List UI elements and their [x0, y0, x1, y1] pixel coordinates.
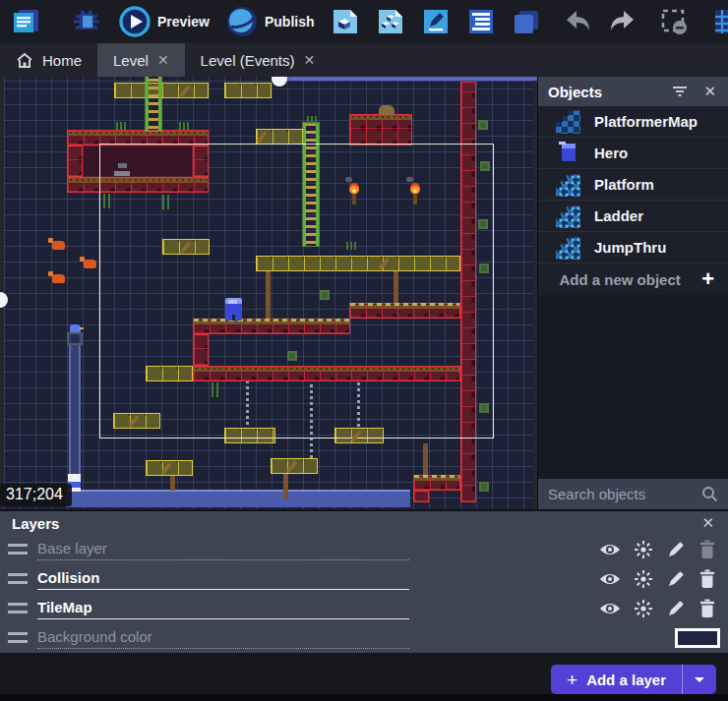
undo-button[interactable] — [561, 7, 596, 36]
tab-level-events-close-icon[interactable]: ✕ — [303, 52, 315, 68]
moss-sprite[interactable] — [480, 161, 490, 171]
yellow-tile-run[interactable] — [224, 83, 272, 98]
publish-button[interactable]: Publish — [221, 3, 319, 40]
edit-pencil-icon[interactable] — [666, 569, 686, 589]
critter-sprite[interactable] — [52, 274, 65, 283]
thumb-sprite[interactable] — [272, 77, 287, 87]
vine-sprite[interactable] — [103, 194, 112, 208]
layer-name-field[interactable]: Background color — [37, 628, 409, 649]
rock-sprite[interactable] — [379, 105, 394, 115]
main-area: 317;204 Objects ✕ PlatformerMap Hero Pla… — [0, 77, 728, 509]
gdevelop-window: Preview Publish — [0, 0, 728, 701]
layers-panel-title: Layers — [12, 515, 699, 532]
object-item-jumpthru[interactable]: JumpThru — [538, 232, 728, 263]
edit-pencil-icon[interactable] — [666, 599, 686, 618]
add-layer-dropdown[interactable] — [683, 665, 716, 694]
ladder-tile-run[interactable] — [146, 77, 161, 131]
drag-handle-icon[interactable] — [8, 544, 28, 555]
effects-icon[interactable] — [634, 569, 653, 589]
grid-button[interactable] — [708, 5, 728, 38]
grass-sprite[interactable] — [307, 116, 318, 124]
background-color-swatch[interactable] — [675, 628, 720, 648]
object-item-hero[interactable]: Hero — [538, 138, 728, 169]
delete-trash-icon[interactable] — [698, 599, 716, 618]
redo-button[interactable] — [604, 7, 639, 36]
moss-sprite[interactable] — [479, 403, 489, 413]
critter-sprite[interactable] — [84, 260, 96, 268]
visibility-eye-icon[interactable] — [599, 601, 621, 616]
tab-level-events[interactable]: Level (Events) ✕ — [185, 43, 332, 77]
objects-panel-close-icon[interactable]: ✕ — [701, 83, 718, 100]
thumb-sprite[interactable] — [0, 292, 8, 308]
object-item-platformermap[interactable]: PlatformerMap — [538, 106, 728, 138]
skel-sprite[interactable] — [114, 171, 130, 176]
drag-handle-icon[interactable] — [8, 603, 28, 614]
object-item-ladder[interactable]: Ladder — [538, 201, 728, 232]
grass-sprite[interactable] — [116, 122, 127, 130]
add-new-object-button[interactable]: Add a new object + — [538, 263, 728, 295]
box-sprite[interactable] — [67, 332, 83, 345]
fall-tile-run[interactable] — [69, 333, 81, 491]
grid-icon — [712, 7, 728, 36]
add-layer-button[interactable]: + Add a layer — [551, 665, 716, 694]
yellow-tile-run[interactable] — [114, 83, 209, 98]
delete-trash-icon[interactable] — [698, 540, 716, 559]
events-sheet-button[interactable] — [462, 5, 500, 38]
drag-handle-icon[interactable] — [8, 573, 28, 585]
water-tile-run[interactable] — [66, 490, 410, 507]
layer-name-field[interactable]: TileMap — [37, 599, 409, 619]
search-objects-input[interactable]: Search objects — [538, 479, 728, 509]
redo-icon — [608, 9, 636, 34]
critter-sprite[interactable] — [52, 241, 65, 250]
project-manager-button[interactable] — [6, 5, 45, 38]
object-item-platform[interactable]: Platform — [538, 169, 728, 201]
grass-sprite[interactable] — [346, 242, 357, 250]
pole-tile-run[interactable] — [283, 474, 288, 499]
torch-sprite[interactable] — [352, 193, 356, 204]
vine-sprite[interactable] — [212, 382, 220, 397]
red-tile-run[interactable] — [67, 146, 83, 177]
tab-level[interactable]: Level ✕ — [97, 43, 185, 77]
grass-sprite[interactable] — [179, 122, 190, 130]
layer-name-field[interactable]: Collision — [37, 569, 409, 590]
tilemap-object-icon — [556, 109, 580, 134]
visibility-eye-icon[interactable] — [599, 571, 621, 587]
moss-sprite[interactable] — [479, 263, 489, 273]
tab-home[interactable]: Home — [0, 43, 97, 77]
visibility-eye-icon[interactable] — [599, 542, 621, 557]
moss-sprite[interactable] — [479, 482, 489, 492]
red-tile-run[interactable] — [413, 475, 460, 491]
preview-button[interactable]: Preview — [114, 3, 213, 40]
moss-sprite[interactable] — [287, 351, 297, 361]
object-groups-button[interactable] — [372, 5, 409, 38]
tab-level-close-icon[interactable]: ✕ — [157, 52, 169, 68]
scene-window-border — [99, 144, 494, 438]
pole-tile-run[interactable] — [170, 476, 175, 491]
edit-pencil-icon[interactable] — [666, 540, 686, 559]
pole-tile-run[interactable] — [423, 443, 428, 475]
bird-sprite[interactable] — [70, 324, 81, 332]
debugger-button[interactable] — [67, 5, 106, 38]
effects-icon[interactable] — [634, 540, 653, 559]
delete-trash-icon[interactable] — [698, 569, 716, 589]
hbar-tile-run[interactable] — [278, 77, 537, 81]
layers-panel-close-icon[interactable]: ✕ — [699, 514, 716, 532]
filter-icon[interactable] — [672, 86, 688, 97]
clear-selection-button[interactable] — [655, 5, 693, 38]
vine-sprite[interactable] — [162, 195, 171, 209]
red-tile-run[interactable] — [413, 491, 429, 502]
moss-sprite[interactable] — [478, 219, 488, 229]
torch-sprite[interactable] — [413, 193, 417, 204]
moss-sprite[interactable] — [478, 120, 488, 130]
properties-button[interactable] — [417, 5, 455, 38]
moss-sprite[interactable] — [320, 290, 330, 300]
objects-editor-button[interactable] — [327, 5, 364, 38]
layer-name-field[interactable]: Base layer — [37, 540, 409, 560]
layers-editor-button[interactable] — [508, 5, 545, 38]
drag-handle-icon[interactable] — [8, 632, 28, 644]
gutter-tile-run[interactable] — [533, 77, 537, 509]
effects-icon[interactable] — [634, 599, 653, 618]
scene-canvas[interactable]: 317;204 — [0, 77, 537, 509]
red-tile-run[interactable] — [349, 114, 412, 146]
hero-sprite[interactable] — [225, 298, 242, 321]
